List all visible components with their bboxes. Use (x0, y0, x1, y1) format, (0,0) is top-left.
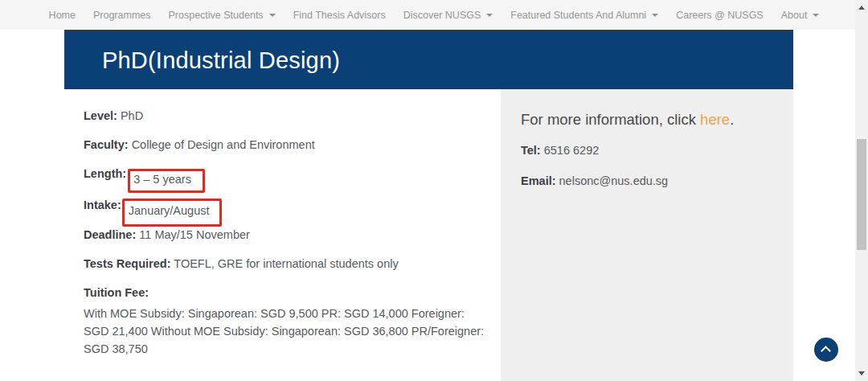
nav-item-prospective-students[interactable]: Prospective Students (160, 10, 285, 21)
scrollbar-down-arrow-icon[interactable] (858, 371, 865, 375)
detail-level: Level: PhD (84, 110, 501, 122)
more-info-text: For more information, click (521, 111, 700, 128)
page-title: PhD(Industrial Design) (64, 47, 340, 74)
detail-label: Deadline: (84, 228, 136, 241)
more-info-suffix: . (730, 111, 734, 128)
detail-value: January/August (129, 204, 210, 217)
nav-item-label: Careers @ NUSGS (676, 10, 764, 21)
detail-value: TOEFL, GRE for international students on… (174, 257, 398, 270)
detail-deadline: Deadline: 11 May/15 November (84, 229, 501, 241)
nav-item-careers-nusgs[interactable]: Careers @ NUSGS (667, 10, 772, 21)
nav-item-label: Discover NUSGS (403, 10, 481, 21)
here-link[interactable]: here (700, 111, 730, 128)
nav-item-about[interactable]: About (772, 10, 829, 21)
tuition-fee-line: With MOE Subsidy: Singaporean: SGD 9,500… (84, 305, 501, 322)
info-sidebar: For more information, click here. Tel: 6… (501, 89, 793, 381)
detail-tuition-fee: Tuition Fee: (84, 287, 501, 299)
programme-details: Level: PhD Faculty: College of Design an… (64, 89, 501, 381)
chevron-down-icon (652, 14, 658, 17)
detail-label: Level: (84, 109, 117, 122)
more-info-heading: For more information, click here. (521, 111, 793, 128)
nav-item-label: Programmes (93, 10, 151, 21)
chevron-down-icon (813, 14, 819, 17)
vertical-scrollbar[interactable] (855, 0, 868, 381)
scrollbar-thumb[interactable] (857, 139, 866, 250)
page-banner: PhD(Industrial Design) (64, 30, 793, 89)
chevron-up-icon (821, 346, 831, 356)
tel-label: Tel: (521, 144, 541, 157)
nav-item-label: About (781, 10, 808, 21)
tel-value: 6516 6292 (544, 144, 600, 157)
detail-value: College of Design and Environment (132, 138, 315, 151)
highlight-box-length: 3 – 5 years (128, 169, 205, 193)
nav-item-label: Prospective Students (169, 10, 264, 21)
tuition-fee-line: SGD 38,750 (84, 340, 501, 358)
detail-value: PhD (121, 109, 143, 122)
highlight-box-intake: January/August (122, 199, 222, 227)
scrollbar-up-arrow-icon[interactable] (858, 6, 865, 10)
nav-item-label: Home (49, 10, 76, 21)
chevron-down-icon (269, 14, 276, 17)
nav-item-label: Featured Students And Alumni (510, 10, 646, 21)
nav-item-featured-students-and-alumni[interactable]: Featured Students And Alumni (502, 10, 667, 21)
detail-label: Tuition Fee: (84, 286, 149, 299)
email-label: Email: (521, 174, 556, 187)
tel-line: Tel: 6516 6292 (521, 145, 793, 157)
detail-tests-required: Tests Required: TOEFL, GRE for internati… (84, 258, 501, 270)
nav-item-programmes[interactable]: Programmes (84, 10, 160, 21)
detail-faculty: Faculty: College of Design and Environme… (84, 139, 501, 151)
scroll-to-top-button[interactable] (814, 338, 838, 362)
detail-intake: Intake:January/August (84, 199, 501, 211)
detail-length: Length:3 – 5 years (84, 168, 501, 180)
email-value: nelsonc@nus.edu.sg (559, 174, 669, 187)
chevron-down-icon (486, 14, 493, 17)
nav-item-discover-nusgs[interactable]: Discover NUSGS (395, 10, 502, 21)
nav-item-find-thesis-advisors[interactable]: Find Thesis Advisors (285, 10, 395, 21)
top-navbar: Home Programmes Prospective Students Fin… (0, 0, 868, 30)
tuition-fee-line: SGD 21,400 Without MOE Subsidy: Singapor… (84, 322, 501, 340)
detail-value: 3 – 5 years (133, 173, 191, 186)
detail-label: Faculty: (84, 138, 129, 151)
detail-value: 11 May/15 November (139, 228, 250, 241)
nav-item-home[interactable]: Home (40, 10, 84, 21)
detail-label: Length: (84, 167, 126, 180)
detail-label: Intake: (84, 199, 121, 211)
detail-label: Tests Required: (84, 257, 171, 270)
nav-item-label: Find Thesis Advisors (293, 10, 386, 21)
email-line: Email: nelsonc@nus.edu.sg (521, 175, 793, 187)
